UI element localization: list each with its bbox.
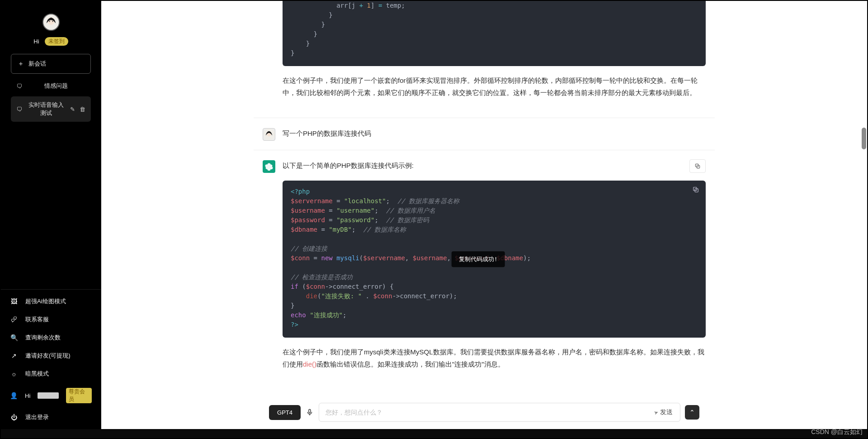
sidebar-item-logout[interactable]: ⏻退出登录: [1, 408, 101, 426]
ai-intro: 以下是一个简单的PHP数据库连接代码示例:: [283, 162, 414, 169]
send-label: 发送: [660, 408, 673, 416]
sidebar-bottom: 🖼超强Ai绘图模式 🗪联系客服 🔍查询剩余次数 ↗邀请好友(可提现) ☼暗黑模式…: [1, 289, 101, 429]
expand-button[interactable]: ⌃: [685, 405, 699, 420]
plus-icon: ＋: [18, 60, 24, 68]
new-chat-label: 新会话: [28, 60, 46, 68]
user-text: 写一个PHP的数据库连接代码: [283, 129, 371, 137]
greeting-row: Hi 未签到: [6, 37, 95, 46]
code-content: arr[j + 1] = temp; } } } } }: [291, 1, 698, 58]
sidebar-item-label: 退出登录: [25, 413, 49, 421]
signin-badge[interactable]: 未签到: [45, 37, 68, 46]
svg-rect-10: [309, 409, 311, 413]
scrollbar-thumb[interactable]: [862, 128, 866, 149]
account-prefix: Hi: [25, 392, 30, 399]
ai-paragraph: 在这个例子中，我们使用了一个嵌套的for循环来实现冒泡排序。外部循环控制排序的轮…: [283, 74, 706, 99]
copy-code-button[interactable]: [692, 186, 699, 196]
user-avatar[interactable]: [42, 14, 60, 31]
new-chat-button[interactable]: ＋ 新会话: [11, 54, 91, 74]
user-message: 写一个PHP的数据库连接代码: [263, 118, 706, 150]
conversation-label: 情感问题: [27, 82, 85, 90]
ai-avatar: [263, 160, 275, 173]
delete-icon[interactable]: 🗑: [80, 106, 85, 113]
chat-input[interactable]: [326, 404, 649, 420]
image-icon: 🖼: [10, 298, 18, 305]
chat-scroll[interactable]: arr[j + 1] = temp; } } } } } 在这个例子中，我们使用…: [101, 1, 867, 396]
code-block: <?php $servername = "localhost"; // 数据库服…: [283, 181, 706, 338]
account-name-masked: [38, 392, 59, 399]
conversation-item[interactable]: 🗨 情感问题: [11, 77, 91, 95]
sidebar-item-quota[interactable]: 🔍查询剩余次数: [1, 329, 101, 347]
code-block: arr[j + 1] = temp; } } } } }: [283, 1, 706, 66]
ai-message: arr[j + 1] = temp; } } } } } 在这个例子中，我们使用…: [263, 1, 706, 118]
share-icon: ↗: [10, 352, 18, 359]
vip-badge: 尊贵会员: [66, 388, 92, 403]
wechat-icon: 🗪: [10, 316, 18, 323]
sidebar-item-label: 联系客服: [25, 315, 49, 324]
send-icon: [654, 409, 658, 416]
input-bar: GPT4 发送 ⌃: [101, 396, 867, 429]
copy-message-button[interactable]: [689, 159, 706, 173]
main-area: arr[j + 1] = temp; } } } } } 在这个例子中，我们使用…: [101, 1, 867, 429]
sidebar: Hi 未签到 ＋ 新会话 🗨 情感问题 🗨 实时语音输入测试 ✎ 🗑 🖼: [1, 1, 101, 429]
edit-icon[interactable]: ✎: [70, 106, 75, 113]
sidebar-item-theme[interactable]: ☼暗黑模式: [1, 365, 101, 383]
chat-icon: 🗨: [16, 83, 22, 90]
ai-message: 以下是一个简单的PHP数据库连接代码示例: <?php $servername …: [263, 150, 706, 389]
chat-icon: 🗨: [16, 106, 22, 113]
search-icon: 🔍: [10, 334, 18, 341]
user-avatar-small: [263, 128, 275, 141]
watermark: CSDN @白云如幻: [811, 428, 863, 436]
sidebar-item-account[interactable]: 👤 Hi 尊贵会员: [1, 383, 101, 408]
user-icon: 👤: [10, 392, 18, 399]
power-icon: ⏻: [10, 414, 18, 421]
chat-input-wrap: 发送: [319, 403, 680, 422]
conversation-label: 实时语音输入测试: [27, 101, 66, 117]
svg-point-2: [49, 21, 50, 22]
sun-icon: ☼: [10, 370, 18, 377]
model-select-button[interactable]: GPT4: [269, 405, 301, 420]
sidebar-item-support[interactable]: 🗪联系客服: [1, 310, 101, 329]
inline-code: die(): [303, 360, 316, 368]
send-button[interactable]: 发送: [649, 406, 677, 419]
sidebar-item-label: 超强Ai绘图模式: [25, 297, 66, 305]
sidebar-item-label: 查询剩余次数: [25, 334, 61, 342]
sidebar-item-invite[interactable]: ↗邀请好友(可提现): [1, 347, 101, 365]
code-content: <?php $servername = "localhost"; // 数据库服…: [291, 187, 698, 329]
sidebar-item-draw[interactable]: 🖼超强Ai绘图模式: [1, 292, 101, 310]
conversation-item-active[interactable]: 🗨 实时语音输入测试 ✎ 🗑: [11, 96, 91, 122]
mic-button[interactable]: [305, 408, 314, 417]
greeting-prefix: Hi: [33, 38, 39, 45]
svg-point-3: [52, 21, 53, 22]
sidebar-item-label: 暗黑模式: [25, 370, 49, 378]
sidebar-item-label: 邀请好友(可提现): [25, 352, 71, 360]
ai-paragraph: 在这个例子中，我们使用了mysqli类来连接MySQL数据库。我们需要提供数据库…: [283, 346, 706, 370]
